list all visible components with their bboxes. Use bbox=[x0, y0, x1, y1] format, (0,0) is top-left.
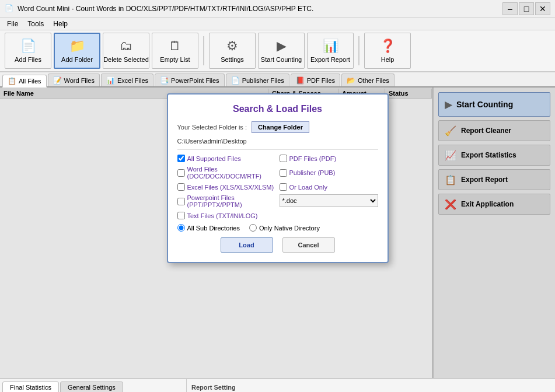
check-text-files-label: Text Files (TXT/INI/LOG) bbox=[187, 212, 258, 219]
check-powerpoint-files-input[interactable] bbox=[177, 198, 185, 205]
modal-buttons: Load Cancel bbox=[177, 237, 378, 253]
other-files-label: Other Files bbox=[358, 77, 389, 84]
check-publisher-label: Publisher (PUB) bbox=[289, 169, 336, 176]
check-all-supported[interactable]: All Supported Files bbox=[177, 155, 276, 162]
word-files-icon: 📝 bbox=[53, 76, 62, 85]
word-files-label: Word Files bbox=[64, 77, 95, 84]
stats-tab-final[interactable]: Final Statistics bbox=[2, 382, 59, 392]
help-button[interactable]: ❓ Help bbox=[364, 33, 411, 69]
empty-list-button[interactable]: 🗒 Empty List bbox=[152, 33, 198, 69]
check-all-supported-label: All Supported Files bbox=[187, 155, 241, 162]
check-pdf-files-input[interactable] bbox=[280, 155, 287, 162]
stats-tab-general[interactable]: General Settings bbox=[60, 382, 123, 392]
file-tabs: 📋 All Files 📝 Word Files 📊 Excel Files 📑… bbox=[0, 72, 555, 88]
check-excel-files[interactable]: Excel Files (XLS/XLSX/XLSM) bbox=[177, 183, 276, 191]
menu-file[interactable]: File bbox=[2, 19, 23, 29]
check-publisher[interactable]: Publisher (PUB) bbox=[280, 166, 378, 180]
modal-title: Search & Load Files bbox=[177, 104, 378, 114]
radio-all-sub[interactable]: All Sub Directories bbox=[177, 224, 240, 232]
close-button[interactable]: ✕ bbox=[535, 2, 550, 15]
bottom-area: Final Statistics General Settings Final … bbox=[0, 378, 555, 392]
excel-files-icon: 📊 bbox=[106, 76, 115, 85]
stats-panel: Final Statistics General Settings Final … bbox=[0, 379, 187, 392]
window-controls: – □ ✕ bbox=[502, 2, 550, 15]
tab-pdf-files[interactable]: 📕 PDF Files bbox=[291, 74, 340, 86]
tab-publisher-files[interactable]: 📄 Publisher Files bbox=[226, 74, 289, 86]
check-or-load-only[interactable]: Or Load Only bbox=[280, 183, 378, 191]
search-load-modal: Search & Load Files Your Selected Folder… bbox=[167, 93, 389, 263]
pdf-files-icon: 📕 bbox=[296, 76, 305, 85]
add-folder-icon: 📁 bbox=[69, 38, 85, 54]
all-files-icon: 📋 bbox=[8, 77, 16, 85]
check-word-files-input[interactable] bbox=[177, 169, 185, 177]
titlebar: 📄 Word Count Mini - Count Words in DOC/X… bbox=[0, 0, 555, 18]
modal-overlay: Search & Load Files Your Selected Folder… bbox=[0, 88, 555, 378]
check-excel-files-input[interactable] bbox=[177, 183, 185, 191]
toolbar-separator-2 bbox=[358, 36, 359, 65]
radio-native-only-input[interactable] bbox=[249, 224, 257, 232]
radio-all-sub-label: All Sub Directories bbox=[187, 225, 240, 232]
menu-tools[interactable]: Tools bbox=[23, 19, 48, 29]
tab-other-files[interactable]: 📂 Other Files bbox=[341, 74, 395, 86]
check-publisher-input[interactable] bbox=[280, 169, 287, 177]
load-button[interactable]: Load bbox=[221, 237, 273, 253]
tab-excel-files[interactable]: 📊 Excel Files bbox=[101, 74, 153, 86]
delete-selected-icon: 🗂 bbox=[120, 38, 132, 54]
minimize-button[interactable]: – bbox=[502, 2, 518, 15]
start-counting-button[interactable]: ▶ Start Counting bbox=[258, 33, 305, 69]
modal-radio-row: All Sub Directories Only Native Director… bbox=[177, 224, 378, 232]
maximize-button[interactable]: □ bbox=[519, 2, 534, 15]
add-files-button[interactable]: 📄 Add Files bbox=[5, 33, 51, 69]
excel-files-label: Excel Files bbox=[117, 77, 148, 84]
check-powerpoint-files-label: Powerpoint Files (PPT/PPTX/PPTM) bbox=[187, 194, 276, 208]
check-text-files-input[interactable] bbox=[177, 212, 185, 219]
add-files-icon: 📄 bbox=[20, 38, 36, 54]
powerpoint-files-label: PowerPoint Files bbox=[171, 77, 219, 84]
report-panel: Report Setting Rate : Currency: USD ($) … bbox=[187, 379, 555, 392]
export-report-button[interactable]: 📊 Export Report bbox=[307, 33, 354, 69]
check-all-supported-input[interactable] bbox=[177, 155, 185, 162]
settings-icon: ⚙ bbox=[226, 38, 238, 54]
delete-selected-button[interactable]: 🗂 Delete Selected bbox=[103, 33, 149, 69]
start-counting-label: Start Counting bbox=[261, 56, 302, 63]
radio-native-only-label: Only Native Directory bbox=[259, 225, 320, 232]
menu-help[interactable]: Help bbox=[48, 19, 72, 29]
check-or-load-only-input[interactable] bbox=[280, 183, 287, 191]
settings-button[interactable]: ⚙ Settings bbox=[209, 33, 256, 69]
help-icon: ❓ bbox=[380, 38, 396, 54]
report-title: Report Setting bbox=[191, 384, 550, 391]
tab-word-files[interactable]: 📝 Word Files bbox=[48, 74, 100, 86]
modal-folder-row: Your Selected Folder is : Change Folder bbox=[177, 121, 378, 133]
modal-divider bbox=[177, 149, 378, 150]
radio-native-only[interactable]: Only Native Directory bbox=[249, 224, 320, 232]
cancel-button[interactable]: Cancel bbox=[282, 237, 335, 253]
check-word-files[interactable]: Word Files (DOC/DOCX/DOCM/RTF) bbox=[177, 166, 276, 180]
change-folder-button[interactable]: Change Folder bbox=[252, 121, 309, 133]
check-text-files[interactable]: Text Files (TXT/INI/LOG) bbox=[177, 212, 276, 219]
all-files-label: All Files bbox=[19, 78, 41, 85]
check-pdf-files-label: PDF Files (PDF) bbox=[289, 155, 337, 162]
add-folder-label: Add Folder bbox=[61, 56, 93, 63]
add-files-label: Add Files bbox=[15, 56, 41, 63]
export-report-label: Export Report bbox=[310, 56, 350, 63]
menubar: File Tools Help bbox=[0, 18, 555, 30]
tab-powerpoint-files[interactable]: 📑 PowerPoint Files bbox=[155, 74, 225, 86]
other-files-icon: 📂 bbox=[347, 76, 355, 85]
load-only-select[interactable]: *.doc bbox=[280, 194, 378, 207]
toolbar: 📄 Add Files 📁 Add Folder 🗂 Delete Select… bbox=[0, 30, 555, 72]
start-counting-icon: ▶ bbox=[277, 38, 287, 54]
check-powerpoint-files[interactable]: Powerpoint Files (PPT/PPTX/PPTM) bbox=[177, 194, 276, 208]
radio-all-sub-input[interactable] bbox=[177, 224, 185, 232]
tab-all-files[interactable]: 📋 All Files bbox=[2, 75, 47, 88]
settings-label: Settings bbox=[221, 56, 244, 63]
stats-tabs: Final Statistics General Settings bbox=[2, 382, 184, 392]
export-report-icon: 📊 bbox=[323, 38, 338, 54]
help-label: Help bbox=[381, 56, 395, 63]
main-area: File Name Chars & Spaces Amount Status ▶… bbox=[0, 88, 555, 378]
window-title: Word Count Mini - Count Words in DOC/XLS… bbox=[18, 5, 502, 13]
powerpoint-files-icon: 📑 bbox=[160, 76, 169, 85]
modal-checkboxes: All Supported Files PDF Files (PDF) Word… bbox=[177, 155, 378, 219]
add-folder-button[interactable]: 📁 Add Folder bbox=[54, 33, 100, 69]
pdf-files-label: PDF Files bbox=[307, 77, 335, 84]
check-pdf-files[interactable]: PDF Files (PDF) bbox=[280, 155, 378, 162]
